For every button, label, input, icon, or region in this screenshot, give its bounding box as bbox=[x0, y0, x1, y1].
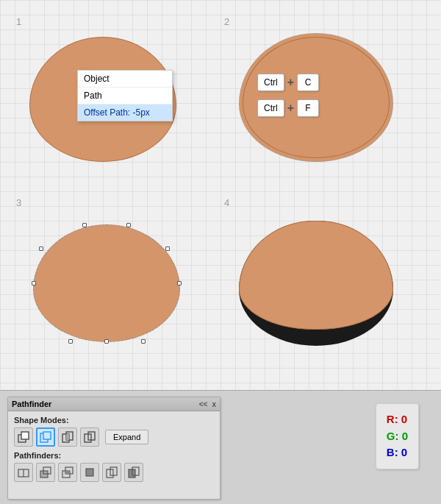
key-c: C bbox=[297, 74, 319, 91]
shape-mode-subtract[interactable] bbox=[36, 427, 55, 447]
anchor-bottom-left bbox=[68, 339, 73, 344]
svg-rect-15 bbox=[65, 471, 70, 474]
shortcut-ctrl-c: Ctrl + C bbox=[257, 74, 319, 91]
dropdown-menu[interactable]: Object Path Offset Path: -5px bbox=[77, 70, 173, 121]
key-ctrl-1: Ctrl bbox=[257, 74, 284, 91]
shape-modes-row: Expand bbox=[14, 427, 214, 447]
shape-modes-label: Shape Modes: bbox=[14, 416, 214, 425]
anchor-top-right bbox=[126, 223, 131, 227]
rgb-b-value: B: 0 bbox=[387, 444, 408, 461]
anchor-bottom-right bbox=[141, 339, 146, 344]
svg-rect-1 bbox=[21, 432, 29, 439]
rgb-g-value: G: 0 bbox=[387, 428, 408, 445]
step4-egg-container bbox=[239, 221, 393, 346]
pathfinder-title: Pathfinder bbox=[12, 400, 51, 408]
svg-rect-3 bbox=[43, 432, 51, 439]
panel-collapse-btn[interactable]: << bbox=[199, 400, 208, 408]
menu-item-object[interactable]: Object bbox=[78, 71, 172, 88]
pathfinder-trim[interactable] bbox=[36, 463, 55, 482]
plus-2: + bbox=[287, 102, 294, 115]
anchor-upper-left bbox=[39, 246, 43, 251]
pathfinder-merge[interactable] bbox=[58, 463, 77, 482]
step3-area bbox=[15, 195, 213, 379]
svg-rect-6 bbox=[66, 434, 69, 440]
rgb-display: R: 0 G: 0 B: 0 bbox=[376, 403, 419, 469]
shape-mode-add[interactable] bbox=[14, 427, 33, 447]
pathfinder-titlebar: Pathfinder << x bbox=[8, 397, 220, 411]
step2-area: Ctrl + C Ctrl + F bbox=[220, 15, 426, 184]
svg-rect-16 bbox=[86, 469, 93, 476]
pathfinder-panel: Pathfinder << x Shape Modes: bbox=[7, 397, 220, 500]
step1-area: Object Path Offset Path: -5px bbox=[15, 15, 213, 184]
step3-egg bbox=[33, 224, 180, 342]
anchor-bottom-center bbox=[104, 339, 109, 344]
panel-close-btn[interactable]: x bbox=[212, 400, 216, 408]
key-f: F bbox=[297, 99, 319, 117]
shape-mode-intersect[interactable] bbox=[58, 427, 77, 447]
plus-1: + bbox=[287, 76, 294, 89]
pathfinders-row bbox=[14, 463, 214, 482]
pathfinder-outline[interactable] bbox=[102, 463, 121, 482]
shortcut-ctrl-f: Ctrl + F bbox=[257, 99, 319, 117]
expand-button[interactable]: Expand bbox=[105, 430, 148, 444]
pathfinder-divide[interactable] bbox=[14, 463, 33, 482]
panel-title-controls: << x bbox=[199, 400, 216, 408]
anchor-upper-right bbox=[165, 246, 170, 251]
menu-item-path[interactable]: Path bbox=[78, 88, 172, 104]
rgb-r-value: R: 0 bbox=[387, 411, 408, 428]
step4-egg-main bbox=[239, 221, 393, 330]
key-ctrl-2: Ctrl bbox=[257, 99, 284, 117]
panel-body: Shape Modes: Expand Pathfinders: bbox=[8, 411, 220, 486]
menu-item-offset-path[interactable]: Offset Path: -5px bbox=[78, 104, 172, 121]
anchor-top-left bbox=[82, 223, 87, 227]
pathfinder-minus-back[interactable] bbox=[124, 463, 143, 482]
step4-area bbox=[220, 195, 426, 379]
anchor-right bbox=[177, 281, 182, 285]
pathfinders-label: Pathfinders: bbox=[14, 451, 214, 460]
shape-mode-exclude[interactable] bbox=[80, 427, 99, 447]
anchor-left bbox=[32, 281, 36, 285]
pathfinder-crop[interactable] bbox=[80, 463, 99, 482]
